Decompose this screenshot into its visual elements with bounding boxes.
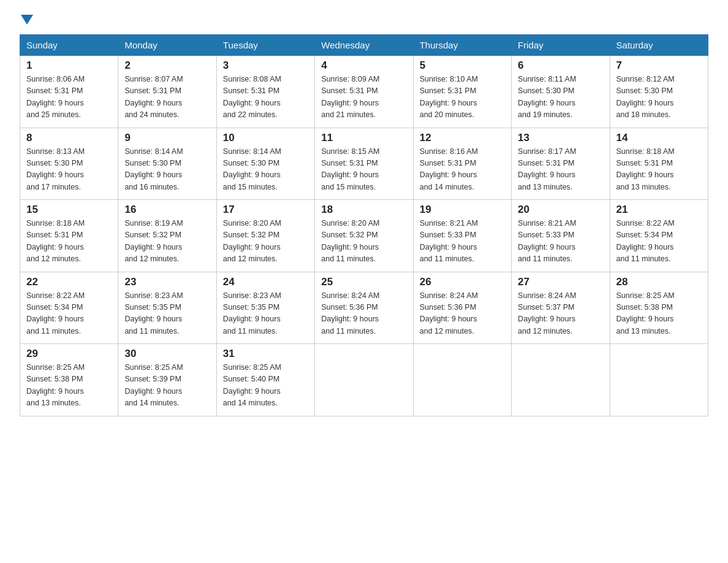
day-info: Sunrise: 8:21 AMSunset: 5:33 PMDaylight:… [518,219,576,263]
logo [20,15,33,25]
calendar-cell: 26 Sunrise: 8:24 AMSunset: 5:36 PMDaylig… [413,272,511,344]
calendar-cell [512,344,610,416]
day-info: Sunrise: 8:20 AMSunset: 5:32 PMDaylight:… [223,219,281,263]
day-number: 22 [26,276,112,288]
day-info: Sunrise: 8:17 AMSunset: 5:31 PMDaylight:… [518,147,576,191]
calendar-cell: 14 Sunrise: 8:18 AMSunset: 5:31 PMDaylig… [610,128,708,200]
day-number: 27 [518,276,603,288]
day-info: Sunrise: 8:08 AMSunset: 5:31 PMDaylight:… [223,75,281,119]
calendar-cell: 8 Sunrise: 8:13 AMSunset: 5:30 PMDayligh… [20,128,118,200]
calendar-cell: 27 Sunrise: 8:24 AMSunset: 5:37 PMDaylig… [512,272,610,344]
day-info: Sunrise: 8:11 AMSunset: 5:30 PMDaylight:… [518,75,576,119]
day-number: 8 [26,132,112,144]
day-info: Sunrise: 8:13 AMSunset: 5:30 PMDaylight:… [26,147,85,191]
day-info: Sunrise: 8:18 AMSunset: 5:31 PMDaylight:… [616,147,675,191]
day-number: 13 [518,132,603,144]
calendar-cell: 4 Sunrise: 8:09 AMSunset: 5:31 PMDayligh… [315,56,413,128]
day-number: 9 [124,132,210,144]
day-number: 15 [26,204,112,216]
day-number: 4 [321,59,406,72]
day-number: 2 [124,59,210,72]
calendar-cell [315,344,413,416]
day-info: Sunrise: 8:06 AMSunset: 5:31 PMDaylight:… [26,75,85,119]
day-info: Sunrise: 8:19 AMSunset: 5:32 PMDaylight:… [124,219,183,263]
calendar-cell: 13 Sunrise: 8:17 AMSunset: 5:31 PMDaylig… [512,128,610,200]
day-info: Sunrise: 8:07 AMSunset: 5:31 PMDaylight:… [124,75,183,119]
day-info: Sunrise: 8:23 AMSunset: 5:35 PMDaylight:… [124,291,183,335]
day-number: 26 [420,276,505,288]
calendar-cell: 11 Sunrise: 8:15 AMSunset: 5:31 PMDaylig… [315,128,413,200]
day-number: 10 [223,132,308,144]
calendar-cell: 24 Sunrise: 8:23 AMSunset: 5:35 PMDaylig… [216,272,314,344]
week-row-2: 8 Sunrise: 8:13 AMSunset: 5:30 PMDayligh… [20,128,708,200]
calendar-cell: 3 Sunrise: 8:08 AMSunset: 5:31 PMDayligh… [216,56,314,128]
calendar-cell: 6 Sunrise: 8:11 AMSunset: 5:30 PMDayligh… [512,56,610,128]
day-info: Sunrise: 8:20 AMSunset: 5:32 PMDaylight:… [321,219,379,263]
weekday-header-thursday: Thursday [413,35,511,56]
day-info: Sunrise: 8:25 AMSunset: 5:40 PMDaylight:… [223,363,281,407]
calendar-cell: 29 Sunrise: 8:25 AMSunset: 5:38 PMDaylig… [20,344,118,416]
day-number: 11 [321,132,406,144]
weekday-header-saturday: Saturday [610,35,708,56]
week-row-5: 29 Sunrise: 8:25 AMSunset: 5:38 PMDaylig… [20,344,708,416]
calendar-cell: 10 Sunrise: 8:14 AMSunset: 5:30 PMDaylig… [216,128,314,200]
day-info: Sunrise: 8:10 AMSunset: 5:31 PMDaylight:… [420,75,478,119]
day-number: 7 [616,59,702,72]
calendar-cell: 22 Sunrise: 8:22 AMSunset: 5:34 PMDaylig… [20,272,118,344]
day-info: Sunrise: 8:09 AMSunset: 5:31 PMDaylight:… [321,75,379,119]
day-info: Sunrise: 8:14 AMSunset: 5:30 PMDaylight:… [223,147,281,191]
day-number: 6 [518,59,603,72]
calendar-cell: 19 Sunrise: 8:21 AMSunset: 5:33 PMDaylig… [413,200,511,272]
day-number: 24 [223,276,308,288]
weekday-header-sunday: Sunday [20,35,118,56]
week-row-4: 22 Sunrise: 8:22 AMSunset: 5:34 PMDaylig… [20,272,708,344]
calendar-cell: 23 Sunrise: 8:23 AMSunset: 5:35 PMDaylig… [118,272,216,344]
day-info: Sunrise: 8:14 AMSunset: 5:30 PMDaylight:… [124,147,183,191]
day-number: 17 [223,204,308,216]
day-number: 12 [420,132,505,144]
day-number: 14 [616,132,702,144]
calendar-cell: 28 Sunrise: 8:25 AMSunset: 5:38 PMDaylig… [610,272,708,344]
calendar-cell: 7 Sunrise: 8:12 AMSunset: 5:30 PMDayligh… [610,56,708,128]
calendar-cell: 21 Sunrise: 8:22 AMSunset: 5:34 PMDaylig… [610,200,708,272]
day-info: Sunrise: 8:15 AMSunset: 5:31 PMDaylight:… [321,147,379,191]
day-info: Sunrise: 8:25 AMSunset: 5:38 PMDaylight:… [26,363,85,407]
weekday-header-tuesday: Tuesday [216,35,314,56]
day-info: Sunrise: 8:24 AMSunset: 5:37 PMDaylight:… [518,291,576,335]
day-number: 16 [124,204,210,216]
calendar-cell: 30 Sunrise: 8:25 AMSunset: 5:39 PMDaylig… [118,344,216,416]
calendar-cell: 2 Sunrise: 8:07 AMSunset: 5:31 PMDayligh… [118,56,216,128]
logo-triangle-icon [21,15,33,25]
day-info: Sunrise: 8:24 AMSunset: 5:36 PMDaylight:… [420,291,478,335]
calendar-table: SundayMondayTuesdayWednesdayThursdayFrid… [20,34,708,416]
day-number: 5 [420,59,505,72]
calendar-cell [610,344,708,416]
day-number: 23 [124,276,210,288]
weekday-header-friday: Friday [512,35,610,56]
day-info: Sunrise: 8:21 AMSunset: 5:33 PMDaylight:… [420,219,478,263]
calendar-cell: 1 Sunrise: 8:06 AMSunset: 5:31 PMDayligh… [20,56,118,128]
day-info: Sunrise: 8:23 AMSunset: 5:35 PMDaylight:… [223,291,281,335]
day-info: Sunrise: 8:16 AMSunset: 5:31 PMDaylight:… [420,147,478,191]
calendar-cell: 15 Sunrise: 8:18 AMSunset: 5:31 PMDaylig… [20,200,118,272]
day-number: 21 [616,204,702,216]
day-number: 30 [124,348,210,360]
weekday-header-wednesday: Wednesday [315,35,413,56]
day-number: 1 [26,59,112,72]
page-header [20,15,708,25]
calendar-cell: 17 Sunrise: 8:20 AMSunset: 5:32 PMDaylig… [216,200,314,272]
week-row-3: 15 Sunrise: 8:18 AMSunset: 5:31 PMDaylig… [20,200,708,272]
day-info: Sunrise: 8:22 AMSunset: 5:34 PMDaylight:… [26,291,85,335]
calendar-cell: 25 Sunrise: 8:24 AMSunset: 5:36 PMDaylig… [315,272,413,344]
day-number: 31 [223,348,308,360]
calendar-cell: 20 Sunrise: 8:21 AMSunset: 5:33 PMDaylig… [512,200,610,272]
calendar-cell [413,344,511,416]
day-number: 3 [223,59,308,72]
weekday-header-row: SundayMondayTuesdayWednesdayThursdayFrid… [20,35,708,56]
day-info: Sunrise: 8:24 AMSunset: 5:36 PMDaylight:… [321,291,379,335]
day-info: Sunrise: 8:18 AMSunset: 5:31 PMDaylight:… [26,219,85,263]
day-number: 25 [321,276,406,288]
week-row-1: 1 Sunrise: 8:06 AMSunset: 5:31 PMDayligh… [20,56,708,128]
calendar-cell: 31 Sunrise: 8:25 AMSunset: 5:40 PMDaylig… [216,344,314,416]
day-info: Sunrise: 8:12 AMSunset: 5:30 PMDaylight:… [616,75,675,119]
